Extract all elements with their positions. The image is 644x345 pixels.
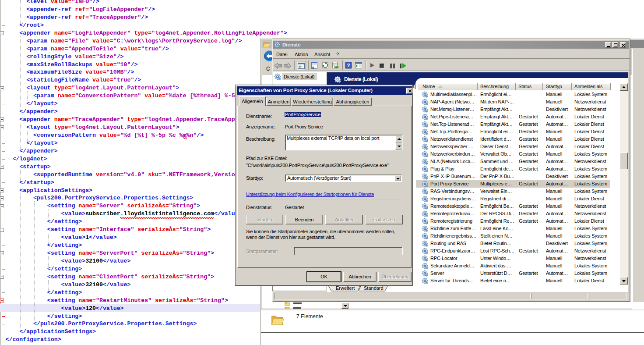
svg-text:?: ? — [347, 63, 350, 68]
svg-text:Standard: Standard — [364, 285, 384, 291]
svg-text:Erweitert: Erweitert — [336, 285, 355, 291]
